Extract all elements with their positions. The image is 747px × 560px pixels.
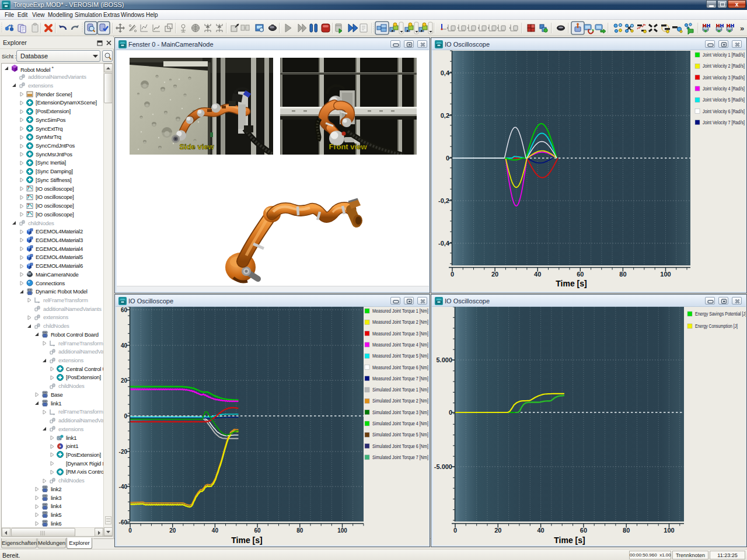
- svg-text:-60: -60: [119, 519, 128, 526]
- svg-text:0: 0: [124, 413, 127, 419]
- svg-text:0,4: 0,4: [441, 69, 450, 76]
- svg-text:0: 0: [449, 409, 452, 416]
- svg-text:100: 100: [664, 527, 674, 534]
- svg-text:»: »: [740, 24, 744, 33]
- svg-text:Measured Joint Torque 3 [Nm]: Measured Joint Torque 3 [Nm]: [372, 330, 428, 337]
- svg-text:0: 0: [453, 527, 457, 534]
- svg-text:0,2: 0,2: [441, 112, 449, 119]
- svg-text:Energy Consumption [J]: Energy Consumption [J]: [695, 323, 738, 329]
- svg-text:-20: -20: [119, 449, 128, 455]
- svg-text:100: 100: [660, 271, 671, 278]
- svg-text:Energy Savings Potential [J]: Energy Savings Potential [J]: [695, 310, 746, 317]
- svg-text:Simulated Joint Torque 1 [Nm]: Simulated Joint Torque 1 [Nm]: [372, 386, 428, 393]
- svg-text:Simulated Joint Torque 6 [Nm]: Simulated Joint Torque 6 [Nm]: [372, 443, 428, 449]
- svg-text:60: 60: [121, 307, 128, 313]
- svg-text:-0,2: -0,2: [438, 197, 449, 204]
- svg-text:Front view: Front view: [329, 142, 367, 151]
- svg-text:60: 60: [254, 527, 261, 534]
- svg-text:60: 60: [577, 271, 584, 278]
- svg-text:100: 100: [337, 527, 347, 534]
- svg-text:80: 80: [623, 527, 630, 534]
- svg-text:20: 20: [491, 271, 498, 278]
- svg-text:Joint Velocity 3 [Rad/s]: Joint Velocity 3 [Rad/s]: [703, 74, 745, 80]
- svg-text:Joint Velocity 5 [Rad/s]: Joint Velocity 5 [Rad/s]: [703, 96, 745, 103]
- svg-text:40: 40: [537, 527, 544, 534]
- svg-text:20: 20: [121, 377, 128, 384]
- svg-text:20: 20: [169, 527, 176, 534]
- svg-text:80: 80: [296, 527, 303, 534]
- svg-text:-0,4: -0,4: [438, 240, 450, 247]
- svg-text:40: 40: [534, 271, 541, 278]
- svg-text:Measured Joint Torque 6 [Nm]: Measured Joint Torque 6 [Nm]: [372, 364, 428, 370]
- svg-text:5.000: 5.000: [436, 356, 452, 363]
- svg-text:Simulated Joint Torque 5 [Nm]: Simulated Joint Torque 5 [Nm]: [372, 431, 428, 438]
- svg-text:Time [s]: Time [s]: [231, 536, 262, 545]
- svg-text:Simulated Joint Torque 7 [Nm]: Simulated Joint Torque 7 [Nm]: [372, 454, 428, 460]
- svg-text:60: 60: [580, 527, 587, 534]
- svg-text:Measured Joint Torque 4 [Nm]: Measured Joint Torque 4 [Nm]: [372, 341, 428, 348]
- svg-text:Joint Velocity 2 [Rad/s]: Joint Velocity 2 [Rad/s]: [703, 62, 745, 69]
- svg-text:Time [s]: Time [s]: [554, 536, 585, 545]
- svg-text:Measured Joint Torque 2 [Nm]: Measured Joint Torque 2 [Nm]: [372, 318, 428, 325]
- svg-text:-40: -40: [119, 484, 128, 490]
- svg-text:0: 0: [446, 155, 449, 162]
- svg-text:40: 40: [121, 342, 128, 349]
- svg-text:Simulated Joint Torque 2 [Nm]: Simulated Joint Torque 2 [Nm]: [372, 397, 428, 404]
- svg-text:20: 20: [494, 527, 501, 534]
- svg-text:Measured Joint Torque 1 [Nm]: Measured Joint Torque 1 [Nm]: [372, 307, 428, 314]
- svg-text:Measured Joint Torque 7 [Nm]: Measured Joint Torque 7 [Nm]: [372, 375, 428, 382]
- svg-text:Simulated Joint Torque 3 [Nm]: Simulated Joint Torque 3 [Nm]: [372, 409, 428, 415]
- svg-text:Simulated Joint Torque 4 [Nm]: Simulated Joint Torque 4 [Nm]: [372, 420, 428, 426]
- svg-text:Joint Velocity 7 [Rad/s]: Joint Velocity 7 [Rad/s]: [703, 119, 745, 125]
- svg-text:Joint Velocity 6 [Rad/s]: Joint Velocity 6 [Rad/s]: [703, 108, 745, 114]
- svg-text:Measured Joint Torque 5 [Nm]: Measured Joint Torque 5 [Nm]: [372, 352, 428, 359]
- svg-text:0: 0: [451, 271, 454, 278]
- svg-text:Time [s]: Time [s]: [556, 279, 587, 288]
- svg-text:80: 80: [619, 271, 626, 278]
- svg-text:40: 40: [212, 527, 219, 534]
- svg-text:Joint Velocity 4 [Rad/s]: Joint Velocity 4 [Rad/s]: [703, 85, 745, 92]
- svg-text:Side view: Side view: [179, 142, 214, 151]
- svg-text:0: 0: [128, 527, 132, 534]
- svg-text:VER: VER: [3, 2, 8, 5]
- svg-text:Joint Velocity 1 [Rad/s]: Joint Velocity 1 [Rad/s]: [703, 51, 745, 58]
- svg-text:-5.000: -5.000: [434, 463, 452, 470]
